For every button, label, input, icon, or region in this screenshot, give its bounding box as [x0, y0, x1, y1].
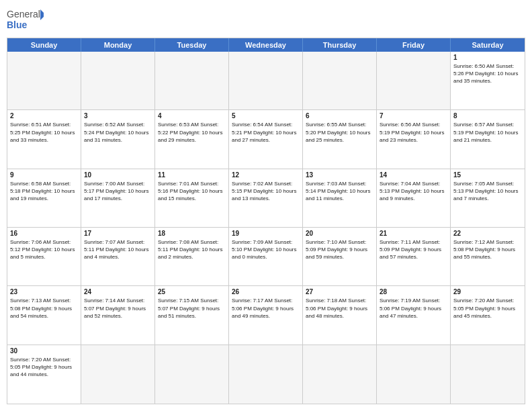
- cell-empty: [377, 345, 451, 404]
- cell-empty: [229, 52, 303, 110]
- cell-info: Sunrise: 6:54 AM Sunset: 5:21 PM Dayligh…: [232, 121, 300, 144]
- page: General Blue SundayMondayTuesdayWednesda…: [0, 0, 532, 411]
- cell-day-25: 25Sunrise: 7:15 AM Sunset: 5:07 PM Dayli…: [155, 286, 229, 345]
- day-number: 22: [453, 230, 522, 237]
- cell-info: Sunrise: 7:11 AM Sunset: 5:09 PM Dayligh…: [380, 238, 447, 261]
- day-header-sunday: Sunday: [7, 38, 81, 52]
- cell-day-26: 26Sunrise: 7:17 AM Sunset: 5:06 PM Dayli…: [229, 286, 303, 345]
- cell-empty: [377, 52, 451, 110]
- cell-day-16: 16Sunrise: 7:06 AM Sunset: 5:12 PM Dayli…: [7, 228, 81, 286]
- day-header-friday: Friday: [377, 38, 451, 52]
- cell-empty: [155, 52, 229, 110]
- cell-day-6: 6Sunrise: 6:55 AM Sunset: 5:20 PM Daylig…: [303, 110, 377, 169]
- cell-day-20: 20Sunrise: 7:10 AM Sunset: 5:09 PM Dayli…: [303, 228, 377, 286]
- day-number: 23: [10, 288, 78, 295]
- cell-empty: [303, 52, 377, 110]
- logo: General Blue: [7, 7, 44, 34]
- cell-day-21: 21Sunrise: 7:11 AM Sunset: 5:09 PM Dayli…: [377, 228, 451, 286]
- day-number: 2: [10, 112, 78, 120]
- cell-day-23: 23Sunrise: 7:13 AM Sunset: 5:08 PM Dayli…: [7, 286, 81, 345]
- cell-day-2: 2Sunrise: 6:51 AM Sunset: 5:25 PM Daylig…: [7, 110, 81, 169]
- day-number: 18: [158, 230, 226, 237]
- day-number: 4: [158, 112, 226, 120]
- cell-day-28: 28Sunrise: 7:19 AM Sunset: 5:06 PM Dayli…: [377, 286, 451, 345]
- day-number: 21: [380, 230, 447, 237]
- logo-svg: General Blue: [7, 7, 44, 34]
- day-header-monday: Monday: [81, 38, 155, 52]
- cell-info: Sunrise: 7:08 AM Sunset: 5:11 PM Dayligh…: [158, 238, 226, 261]
- header: General Blue: [7, 7, 525, 34]
- cell-info: Sunrise: 6:58 AM Sunset: 5:18 PM Dayligh…: [10, 180, 78, 203]
- cell-info: Sunrise: 7:04 AM Sunset: 5:13 PM Dayligh…: [380, 180, 447, 203]
- day-number: 20: [306, 230, 373, 237]
- cell-info: Sunrise: 7:03 AM Sunset: 5:14 PM Dayligh…: [306, 180, 373, 203]
- cell-info: Sunrise: 6:56 AM Sunset: 5:19 PM Dayligh…: [380, 121, 447, 144]
- day-number: 3: [84, 112, 152, 120]
- cell-info: Sunrise: 7:14 AM Sunset: 5:07 PM Dayligh…: [84, 297, 152, 320]
- day-number: 14: [380, 171, 447, 179]
- cell-info: Sunrise: 7:09 AM Sunset: 5:10 PM Dayligh…: [232, 238, 300, 261]
- cell-day-7: 7Sunrise: 6:56 AM Sunset: 5:19 PM Daylig…: [377, 110, 451, 169]
- day-number: 8: [453, 112, 522, 120]
- day-number: 10: [84, 171, 152, 179]
- svg-text:General: General: [7, 9, 40, 19]
- day-header-tuesday: Tuesday: [155, 38, 229, 52]
- day-number: 9: [10, 171, 78, 179]
- cell-day-4: 4Sunrise: 6:53 AM Sunset: 5:22 PM Daylig…: [155, 110, 229, 169]
- cell-day-11: 11Sunrise: 7:01 AM Sunset: 5:16 PM Dayli…: [155, 169, 229, 228]
- cell-day-1: 1Sunrise: 6:50 AM Sunset: 5:26 PM Daylig…: [451, 52, 525, 110]
- cell-day-17: 17Sunrise: 7:07 AM Sunset: 5:11 PM Dayli…: [81, 228, 155, 286]
- cell-info: Sunrise: 7:20 AM Sunset: 5:05 PM Dayligh…: [10, 356, 78, 379]
- cell-info: Sunrise: 7:02 AM Sunset: 5:15 PM Dayligh…: [232, 180, 300, 203]
- day-number: 15: [453, 171, 522, 179]
- cell-empty: [81, 52, 155, 110]
- cell-info: Sunrise: 6:52 AM Sunset: 5:24 PM Dayligh…: [84, 121, 152, 144]
- cell-info: Sunrise: 7:17 AM Sunset: 5:06 PM Dayligh…: [232, 297, 300, 320]
- day-number: 5: [232, 112, 300, 120]
- calendar: SundayMondayTuesdayWednesdayThursdayFrid…: [7, 38, 525, 404]
- cell-info: Sunrise: 7:18 AM Sunset: 5:06 PM Dayligh…: [306, 297, 373, 320]
- cell-empty: [229, 345, 303, 404]
- day-number: 7: [380, 112, 447, 120]
- cell-day-27: 27Sunrise: 7:18 AM Sunset: 5:06 PM Dayli…: [303, 286, 377, 345]
- cell-info: Sunrise: 7:06 AM Sunset: 5:12 PM Dayligh…: [10, 238, 78, 261]
- cell-empty: [451, 345, 525, 404]
- day-number: 19: [232, 230, 300, 237]
- cell-day-10: 10Sunrise: 7:00 AM Sunset: 5:17 PM Dayli…: [81, 169, 155, 228]
- cell-info: Sunrise: 7:15 AM Sunset: 5:07 PM Dayligh…: [158, 297, 226, 320]
- cell-info: Sunrise: 7:00 AM Sunset: 5:17 PM Dayligh…: [84, 180, 152, 203]
- day-header-wednesday: Wednesday: [229, 38, 303, 52]
- cell-day-22: 22Sunrise: 7:12 AM Sunset: 5:08 PM Dayli…: [451, 228, 525, 286]
- cell-info: Sunrise: 6:53 AM Sunset: 5:22 PM Dayligh…: [158, 121, 226, 144]
- day-header-thursday: Thursday: [303, 38, 377, 52]
- day-number: 12: [232, 171, 300, 179]
- cell-info: Sunrise: 6:50 AM Sunset: 5:26 PM Dayligh…: [453, 62, 522, 85]
- day-number: 17: [84, 230, 152, 237]
- cell-day-3: 3Sunrise: 6:52 AM Sunset: 5:24 PM Daylig…: [81, 110, 155, 169]
- day-number: 29: [453, 288, 522, 295]
- cell-info: Sunrise: 7:10 AM Sunset: 5:09 PM Dayligh…: [306, 238, 373, 261]
- day-header-saturday: Saturday: [451, 38, 525, 52]
- day-number: 11: [158, 171, 226, 179]
- cell-day-30: 30Sunrise: 7:20 AM Sunset: 5:05 PM Dayli…: [7, 345, 81, 404]
- day-number: 25: [158, 288, 226, 295]
- cell-day-9: 9Sunrise: 6:58 AM Sunset: 5:18 PM Daylig…: [7, 169, 81, 228]
- day-number: 24: [84, 288, 152, 295]
- cell-day-15: 15Sunrise: 7:05 AM Sunset: 5:13 PM Dayli…: [451, 169, 525, 228]
- cell-empty: [155, 345, 229, 404]
- cell-empty: [7, 52, 81, 110]
- day-number: 13: [306, 171, 373, 179]
- cell-info: Sunrise: 7:20 AM Sunset: 5:05 PM Dayligh…: [453, 297, 522, 320]
- cell-info: Sunrise: 7:07 AM Sunset: 5:11 PM Dayligh…: [84, 238, 152, 261]
- cell-day-13: 13Sunrise: 7:03 AM Sunset: 5:14 PM Dayli…: [303, 169, 377, 228]
- cell-info: Sunrise: 7:05 AM Sunset: 5:13 PM Dayligh…: [453, 180, 522, 203]
- cell-info: Sunrise: 6:55 AM Sunset: 5:20 PM Dayligh…: [306, 121, 373, 144]
- cell-empty: [303, 345, 377, 404]
- cell-day-14: 14Sunrise: 7:04 AM Sunset: 5:13 PM Dayli…: [377, 169, 451, 228]
- cell-info: Sunrise: 7:12 AM Sunset: 5:08 PM Dayligh…: [453, 238, 522, 261]
- calendar-grid: 1Sunrise: 6:50 AM Sunset: 5:26 PM Daylig…: [7, 52, 525, 404]
- day-number: 30: [10, 347, 78, 355]
- day-number: 27: [306, 288, 373, 295]
- day-number: 28: [380, 288, 447, 295]
- cell-info: Sunrise: 6:57 AM Sunset: 5:19 PM Dayligh…: [453, 121, 522, 144]
